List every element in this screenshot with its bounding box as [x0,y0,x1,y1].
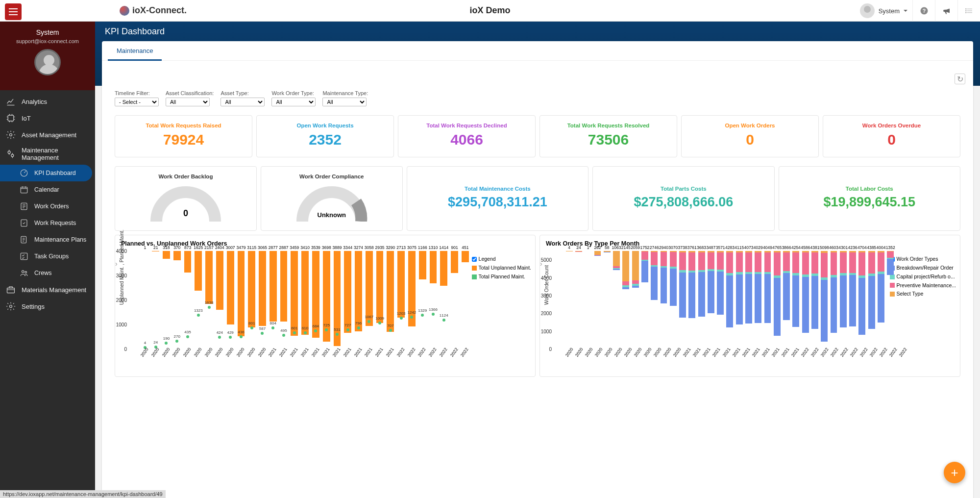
kpi-card: Total Work Requests Raised79924 [115,115,252,157]
svg-point-11 [11,154,14,157]
content-card: Maintenance ↻ Timeline Filter:- Select -… [102,41,973,498]
sidebar-profile: System support@iox-connect.com [0,22,95,90]
help-button[interactable]: ? [912,0,935,22]
filter-asset-class: Asset Classification:All [166,90,214,106]
svg-point-5 [965,9,966,10]
header-right: System ? [860,0,980,22]
iot-icon [6,113,16,123]
kpi-row-2: Work Order Backlog 0 Work Order Complian… [102,157,973,231]
page-title: KPI Dashboard [105,26,970,37]
chart1-body: Unplanned Maint. , Planned Maint. 010002… [121,251,529,374]
asset-class-select[interactable]: All [166,98,210,106]
svg-point-18 [22,271,24,273]
svg-rect-8 [8,115,14,121]
timeline-select[interactable]: - Select - [115,98,159,106]
kpi-card: Total Work Requests Resolved73506 [539,115,677,157]
asset-icon [6,130,16,140]
sidebar-item-settings[interactable]: Settings [0,298,95,315]
sidebar-item-crews[interactable]: Crews [0,265,95,281]
filters: Timeline Filter:- Select - Asset Classif… [102,61,973,106]
filter-maint-type: Maintenance Type:All [322,90,368,106]
sidebar-item-task-groups[interactable]: Task Groups [0,248,95,265]
sidebar-username: System [0,28,95,36]
brand-text: ioX-Connect. [132,5,187,16]
svg-point-21 [10,305,12,308]
refresh-button[interactable]: ↻ [955,74,965,84]
brand-logo-icon [120,6,129,16]
filter-timeline: Timeline Filter:- Select - [115,90,159,106]
filter-asset-type: Asset Type:All [220,90,265,106]
sidebar-item-maintenance-plans[interactable]: Maintenance Plans [0,231,95,248]
brand: ioX-Connect. [120,5,187,16]
svg-point-7 [965,12,966,13]
svg-rect-13 [21,187,27,193]
app-title: ioX Demo [469,5,510,16]
svg-rect-15 [21,220,27,226]
chart1-next-icon[interactable]: › [115,260,118,268]
plans-icon [20,235,28,245]
kpi-cost: Total Parts Costs$275,808,666.06 [592,166,774,231]
sidebar-item-maintenance-management[interactable]: Maintenance Management [0,143,95,165]
materials-icon [6,285,16,295]
svg-point-19 [25,272,27,274]
svg-point-10 [8,151,10,153]
kpi-compliance: Work Order Compliance Unknown [261,166,403,231]
fab-add-button[interactable]: + [944,462,965,483]
wo-icon [20,201,28,211]
maint-icon [6,149,16,159]
sidebar-email: support@iox-connect.com [0,38,95,44]
tab-maintenance[interactable]: Maintenance [108,41,162,61]
sidebar-item-analytics[interactable]: Analytics [0,93,95,110]
kpi-card: Work Orders Overdue0 [823,115,960,157]
kpi-row-top: Total Work Requests Raised79924Open Work… [102,106,973,157]
chart2-body: Work Order Count 010002000300040005000 4… [546,251,954,374]
wo-type-select[interactable]: All [271,98,316,106]
chart-planned-unplanned: Planned vs. Unplanned Work Orders › Lege… [115,235,536,377]
main: KPI Dashboard Maintenance ↻ Timeline Fil… [95,22,980,498]
sidebar-item-calendar[interactable]: Calendar [0,181,95,198]
status-url: https://dev.ioxapp.net/maintenance-manag… [0,490,166,498]
kpi-cost: Total Maintenance Costs$295,708,311.21 [407,166,588,231]
maint-type-select[interactable]: All [322,98,367,106]
kpi-icon [20,168,28,178]
kpi-card: Total Work Requests Declined4066 [398,115,536,157]
svg-rect-20 [7,288,15,293]
svg-point-6 [965,10,966,11]
asset-type-select[interactable]: All [220,98,265,106]
sidebar-item-materials-management[interactable]: Materials Management [0,281,95,298]
sidebar-item-asset-management[interactable]: Asset Management [0,126,95,143]
sidebar-item-kpi-dashboard[interactable]: KPI Dashboard [0,165,92,181]
list-button[interactable] [957,0,980,22]
svg-text:?: ? [922,8,925,14]
kpi-card: Open Work Requests2352 [256,115,394,157]
svg-rect-17 [21,253,27,260]
hamburger-button[interactable] [5,3,22,20]
analytics-icon [6,97,16,106]
backlog-gauge: 0 [119,182,252,222]
svg-point-9 [10,134,12,136]
filter-wo-type: Work Order Type:All [271,90,316,106]
crews-icon [20,268,28,278]
chart-row: Planned vs. Unplanned Work Orders › Lege… [102,231,973,377]
chart-wo-by-type: Work Orders By Type Per Month › Work Ord… [539,235,960,377]
kpi-cost: Total Labor Costs$19,899,645.15 [779,166,960,231]
cal-icon [20,185,28,195]
sidebar: System support@iox-connect.com Analytics… [0,22,95,498]
kpi-card: Open Work Orders0 [681,115,819,157]
user-avatar-icon[interactable] [860,3,875,18]
sidebar-item-iot[interactable]: IoT [0,110,95,126]
kpi-backlog: Work Order Backlog 0 [115,166,257,231]
user-dropdown[interactable]: System [879,7,907,15]
sidebar-avatar-icon[interactable] [34,49,61,75]
chevron-down-icon [904,10,907,14]
wr-icon [20,218,28,228]
tasks-icon [20,251,28,261]
settings-icon [6,301,16,311]
sidebar-nav: AnalyticsIoTAsset ManagementMaintenance … [0,90,95,315]
top-header: ioX-Connect. ioX Demo System ? [0,0,980,22]
sidebar-item-work-orders[interactable]: Work Orders [0,198,95,215]
compliance-gauge: Unknown [265,182,398,222]
sidebar-item-work-requests[interactable]: Work Requests [0,215,95,231]
announcements-button[interactable] [935,0,957,22]
